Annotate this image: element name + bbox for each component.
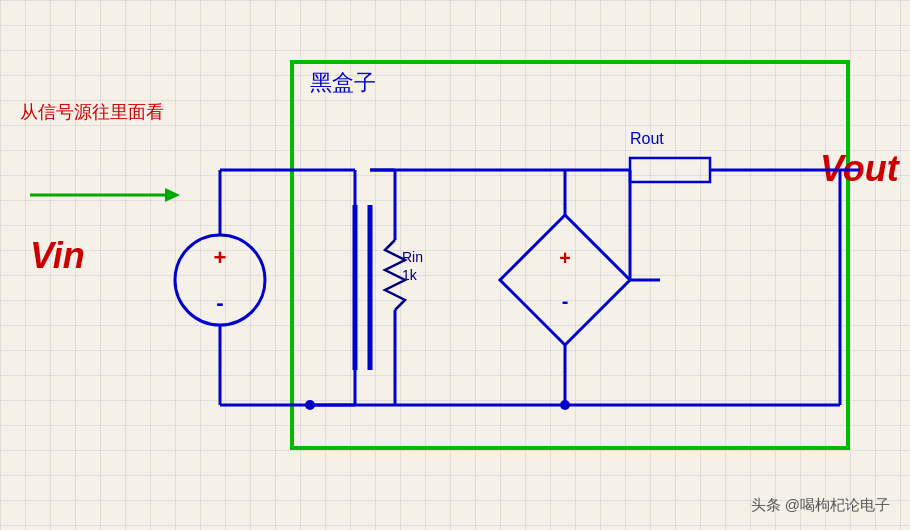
svg-rect-26 — [630, 158, 710, 182]
circuit-diagram: + - + - — [0, 0, 910, 530]
main-container: 黑盒子 从信号源往里面看 Vin Vout Rout + - — [0, 0, 910, 530]
rin-label: Rin1k — [402, 248, 423, 284]
watermark: 头条 @喝枸杞论电子 — [751, 496, 890, 515]
svg-marker-1 — [165, 188, 180, 202]
green-arrow — [30, 188, 180, 202]
svg-text:+: + — [214, 245, 227, 270]
dependent-source-diamond — [500, 215, 630, 345]
svg-text:+: + — [559, 247, 571, 269]
svg-text:-: - — [562, 290, 569, 312]
svg-text:-: - — [216, 290, 223, 315]
svg-point-23 — [560, 400, 570, 410]
